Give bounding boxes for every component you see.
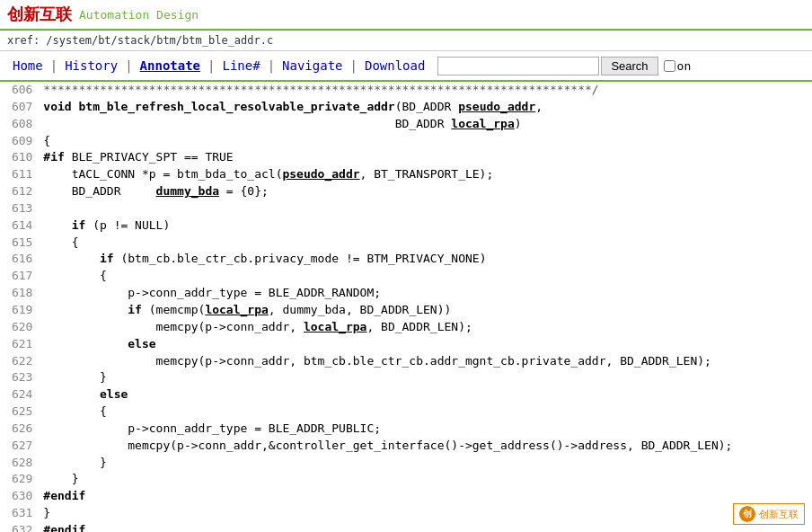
line-number: 625 (0, 403, 40, 421)
line-code: void btm_ble_refresh_local_resolvable_pr… (40, 99, 812, 116)
table-row: 608 BD_ADDR local_rpa) (0, 116, 812, 133)
line-number: 627 (0, 438, 40, 455)
line-code: #endif (40, 522, 812, 532)
line-code: if (btm_cb.ble_ctr_cb.privacy_mode != BT… (40, 251, 812, 268)
line-number: 622 (0, 353, 40, 370)
nav-sep-4: | (266, 58, 277, 73)
line-code: else (40, 336, 812, 353)
table-row: 607 void btm_ble_refresh_local_resolvabl… (0, 99, 812, 116)
line-code: tACL_CONN *p = btm_bda_to_acl(pseudo_add… (40, 166, 812, 183)
nav-sep-3: | (206, 58, 216, 73)
line-number: 616 (0, 251, 40, 268)
line-number: 621 (0, 336, 40, 353)
table-row: 621 else (0, 336, 812, 353)
line-code: } (40, 369, 812, 386)
line-code: } (40, 471, 812, 488)
table-row: 618 p->conn_addr_type = BLE_ADDR_RANDOM; (0, 285, 812, 302)
search-button[interactable]: Search (601, 57, 658, 75)
line-code (40, 200, 812, 217)
table-row: 610 #if BLE_PRIVACY_SPT == TRUE (0, 149, 812, 166)
top-bar: 创新互联 Automation Design (0, 0, 812, 31)
table-row: 619 if (memcmp(local_rpa, dummy_bda, BD_… (0, 302, 812, 319)
table-row: 623 } (0, 369, 812, 386)
line-code: if (p != NULL) (40, 217, 812, 235)
table-row: 611 tACL_CONN *p = btm_bda_to_acl(pseudo… (0, 166, 812, 183)
nav-sep-2: | (123, 58, 134, 73)
line-code: memcpy(p->conn_addr, btm_cb.ble_ctr_cb.a… (40, 353, 812, 370)
line-number: 611 (0, 166, 40, 183)
line-number: 631 (0, 505, 40, 522)
table-row: 628 } (0, 455, 812, 472)
nav-navigate[interactable]: Navigate (277, 55, 348, 76)
watermark-icon: 创 (739, 506, 755, 522)
line-number: 626 (0, 421, 40, 438)
line-code: ****************************************… (40, 82, 812, 99)
table-row: 616 if (btm_cb.ble_ctr_cb.privacy_mode !… (0, 251, 812, 268)
search-checkbox[interactable] (664, 60, 675, 72)
nav-bar: Home | History | Annotate | Line# | Navi… (0, 51, 812, 82)
line-code: p->conn_addr_type = BLE_ADDR_PUBLIC; (40, 421, 812, 438)
line-number: 607 (0, 99, 40, 116)
nav-download[interactable]: Download (359, 55, 430, 76)
line-code: { (40, 403, 812, 421)
line-code: { (40, 268, 812, 285)
line-number: 618 (0, 285, 40, 302)
table-row: 614 if (p != NULL) (0, 217, 812, 235)
line-number: 612 (0, 183, 40, 200)
nav-sep-1: | (49, 58, 59, 73)
table-row: 624 else (0, 386, 812, 403)
checkbox-label: on (677, 59, 692, 73)
line-code: if (memcmp(local_rpa, dummy_bda, BD_ADDR… (40, 302, 812, 319)
table-row: 613 (0, 200, 812, 217)
nav-annotate[interactable]: Annotate (135, 55, 206, 76)
line-number: 632 (0, 522, 40, 532)
line-code: } (40, 455, 812, 472)
filepath-text: xref: /system/bt/stack/btm/btm_ble_addr.… (7, 34, 273, 47)
site-subtitle: Automation Design (79, 8, 199, 22)
line-number: 623 (0, 369, 40, 386)
table-row: 612 BD_ADDR dummy_bda = {0}; (0, 183, 812, 200)
nav-sep-5: | (349, 58, 359, 73)
table-row: 617 { (0, 268, 812, 285)
table-row: 629 } (0, 471, 812, 488)
line-number: 615 (0, 235, 40, 252)
table-row: 615 { (0, 235, 812, 252)
logo: 创新互联 (7, 4, 72, 25)
line-number: 624 (0, 386, 40, 403)
line-number: 629 (0, 471, 40, 488)
watermark-label: 创新互联 (759, 508, 799, 521)
line-code: { (40, 133, 812, 150)
table-row: 606 ************************************… (0, 82, 812, 99)
nav-lineno[interactable]: Line# (216, 55, 265, 76)
code-area: 606 ************************************… (0, 82, 812, 532)
line-number: 620 (0, 319, 40, 336)
line-number: 609 (0, 133, 40, 150)
nav-home[interactable]: Home (7, 55, 49, 76)
search-input[interactable] (437, 57, 599, 75)
table-row: 626 p->conn_addr_type = BLE_ADDR_PUBLIC; (0, 421, 812, 438)
table-row: 620 memcpy(p->conn_addr, local_rpa, BD_A… (0, 319, 812, 336)
table-row: 631 } (0, 505, 812, 522)
line-code: BD_ADDR dummy_bda = {0}; (40, 183, 812, 200)
table-row: 630 #endif (0, 488, 812, 505)
line-code: BD_ADDR local_rpa) (40, 116, 812, 133)
line-code: memcpy(p->conn_addr,&controller_get_inte… (40, 438, 812, 455)
table-row: 622 memcpy(p->conn_addr, btm_cb.ble_ctr_… (0, 353, 812, 370)
line-number: 628 (0, 455, 40, 472)
line-number: 630 (0, 488, 40, 505)
code-table: 606 ************************************… (0, 82, 812, 532)
line-code: else (40, 386, 812, 403)
line-number: 608 (0, 116, 40, 133)
line-number: 613 (0, 200, 40, 217)
table-row: 609 { (0, 133, 812, 150)
line-code: } (40, 505, 812, 522)
table-row: 625 { (0, 403, 812, 421)
line-code: p->conn_addr_type = BLE_ADDR_RANDOM; (40, 285, 812, 302)
nav-history[interactable]: History (59, 55, 123, 76)
line-number: 619 (0, 302, 40, 319)
table-row: 632 #endif (0, 522, 812, 532)
watermark: 创 创新互联 (733, 503, 805, 525)
line-number: 606 (0, 82, 40, 99)
table-row: 627 memcpy(p->conn_addr,&controller_get_… (0, 438, 812, 455)
line-code: #endif (40, 488, 812, 505)
